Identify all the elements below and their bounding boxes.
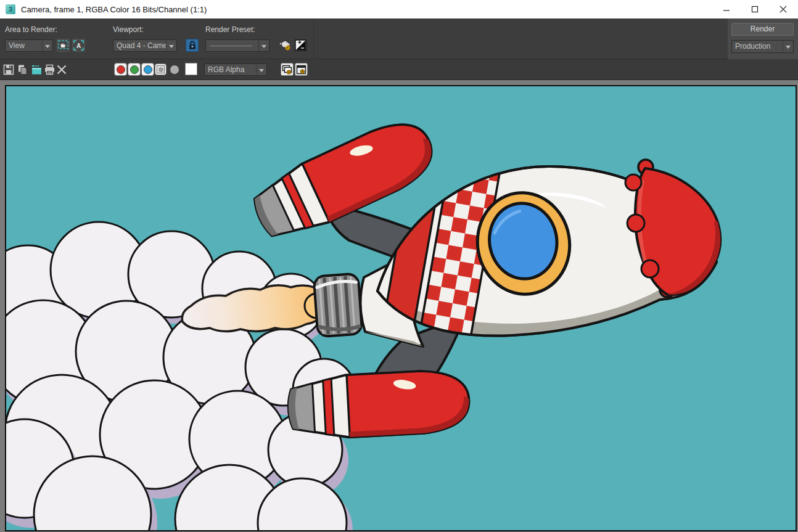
- empty-preset-line: [210, 46, 252, 46]
- window-title: Camera, frame 1, RGBA Color 16 Bits/Chan…: [21, 5, 207, 14]
- render-button[interactable]: Render: [731, 23, 794, 36]
- print-icon: [44, 64, 56, 75]
- exposure-contrast-icon: [295, 39, 306, 51]
- area-to-render-value: View: [6, 40, 42, 51]
- display-toolbar: RGB Alpha: [0, 59, 798, 80]
- green-channel-button[interactable]: [128, 63, 141, 76]
- render-mode-value: Production: [732, 41, 783, 52]
- chevron-down-icon: [42, 40, 52, 51]
- channel-display-dropdown[interactable]: RGB Alpha: [204, 63, 267, 76]
- close-icon: [779, 6, 787, 13]
- render-toolbar: Area to Render: View A Viewport: Quad 4 …: [0, 18, 798, 59]
- monochrome-channel-button[interactable]: [155, 63, 167, 75]
- copy-icon: [17, 64, 28, 75]
- render-setup-teapot-icon: [279, 39, 292, 52]
- viewport-lock-button[interactable]: [186, 39, 199, 52]
- red-channel-button[interactable]: [114, 63, 127, 76]
- minimize-icon: [723, 6, 730, 13]
- area-to-render-label: Area to Render:: [5, 25, 57, 34]
- clear-x-icon: [56, 64, 67, 75]
- area-to-render-dropdown[interactable]: View: [5, 39, 53, 52]
- green-channel-icon: [130, 65, 139, 74]
- toggle-ui-button[interactable]: [295, 63, 308, 76]
- nose-rivet: [627, 215, 644, 232]
- red-channel-icon: [117, 65, 125, 74]
- viewport-label: Viewport:: [113, 25, 144, 34]
- maximize-button[interactable]: [741, 0, 768, 18]
- clone-window-button[interactable]: [30, 63, 43, 76]
- rendered-image-frame: [5, 85, 797, 531]
- clone-rendered-frame-icon: [31, 64, 43, 75]
- close-button[interactable]: [770, 0, 797, 18]
- monochrome-icon: [157, 65, 165, 73]
- chevron-down-icon: [783, 41, 793, 52]
- chevron-down-icon: [258, 40, 269, 51]
- render-preset-dropdown[interactable]: [205, 39, 269, 52]
- maximize-icon: [751, 6, 759, 13]
- nose-rivet: [641, 260, 659, 277]
- chevron-down-icon: [256, 64, 266, 75]
- chevron-down-icon: [166, 40, 176, 51]
- render-viewport-frame: [0, 80, 798, 532]
- background-color-swatch[interactable]: [185, 63, 197, 75]
- auto-region-icon: A: [73, 40, 84, 51]
- render-mode-dropdown[interactable]: Production: [731, 40, 794, 53]
- minimize-button[interactable]: [713, 0, 740, 18]
- nozzle-collar: [314, 274, 363, 337]
- blue-channel-icon: [144, 65, 152, 74]
- title-bar: 3 Camera, frame 1, RGBA Color 16 Bits/Ch…: [0, 0, 798, 18]
- toggle-ui-overlays-button[interactable]: [281, 63, 294, 76]
- nose-rivet: [625, 174, 641, 190]
- render-preset-label: Render Preset:: [205, 25, 255, 34]
- blue-channel-button[interactable]: [141, 63, 154, 76]
- alpha-channel-button[interactable]: [170, 65, 179, 74]
- toolbar-divider: [313, 18, 314, 59]
- copy-image-button[interactable]: [16, 63, 28, 76]
- clear-button[interactable]: [56, 63, 68, 76]
- edit-region-hand-icon: [58, 40, 68, 51]
- environment-exposure-button[interactable]: [294, 39, 307, 52]
- render-action-panel: Render Production: [728, 18, 798, 59]
- save-image-button[interactable]: [2, 63, 15, 76]
- edit-region-button[interactable]: [57, 39, 70, 52]
- lock-icon: [188, 41, 197, 50]
- channel-display-value: RGB Alpha: [205, 64, 256, 75]
- auto-region-button[interactable]: A: [72, 39, 85, 52]
- print-image-button[interactable]: [43, 63, 56, 76]
- save-icon: [3, 64, 14, 75]
- render-setup-button[interactable]: [279, 39, 292, 52]
- app-icon: 3: [6, 4, 15, 14]
- svg-text:A: A: [76, 43, 81, 49]
- viewport-dropdown[interactable]: Quad 4 - Camera: [113, 39, 177, 52]
- ui-window-icon: [296, 65, 306, 75]
- ui-overlays-icon: [282, 65, 292, 75]
- viewport-value: Quad 4 - Camera: [113, 40, 166, 51]
- rendered-image: [6, 86, 796, 530]
